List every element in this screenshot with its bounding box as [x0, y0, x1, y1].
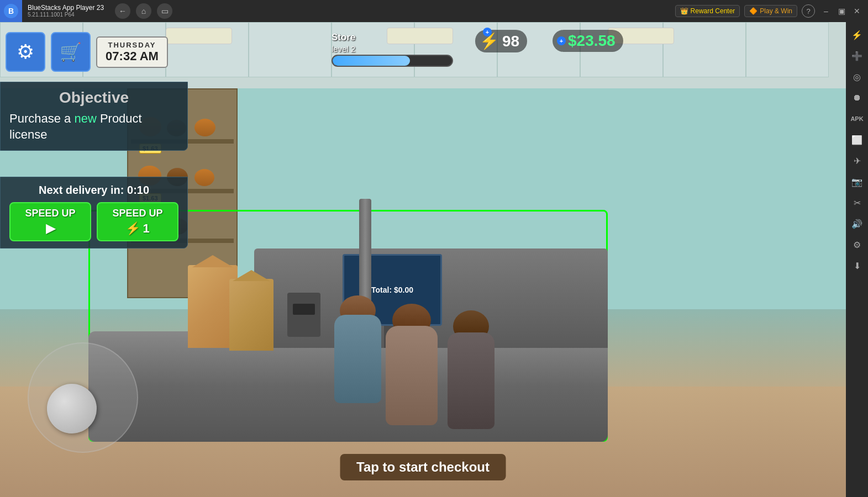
- objective-text: Purchase a new Product license: [9, 111, 178, 142]
- app-icon: B: [0, 0, 22, 22]
- objective-title: Objective: [9, 89, 178, 107]
- game-viewport: $1.63 $1.63 Total: $0.00: [0, 22, 846, 497]
- sidebar-icon-10[interactable]: 🔊: [848, 214, 866, 233]
- app-name: BlueStacks App Player 23 5.21.111.1001 P…: [22, 4, 109, 18]
- person-cashier: [340, 295, 376, 326]
- objective-panel: Objective Purchase a new Product license: [0, 82, 188, 151]
- joystick-knob[interactable]: [47, 384, 97, 433]
- person-head: [340, 295, 376, 326]
- person-body-3: [448, 332, 495, 429]
- back-button[interactable]: ←: [115, 3, 130, 19]
- person-body: [334, 315, 381, 403]
- person-customer-1: [392, 304, 431, 337]
- shelf-product: [194, 119, 215, 136]
- speed-cost: 1: [143, 221, 149, 236]
- titlebar: B BlueStacks App Player 23 5.21.111.1001…: [0, 0, 868, 22]
- card-slot: [293, 304, 315, 315]
- crown-icon: 👑: [680, 7, 688, 15]
- play-icon: ▶: [46, 221, 55, 236]
- maximize-button[interactable]: ▣: [835, 4, 848, 18]
- sidebar-icon-1[interactable]: ⚡: [848, 25, 866, 44]
- sidebar-icon-7[interactable]: ✈: [848, 151, 866, 170]
- sidebar-icon-3[interactable]: ◎: [848, 67, 866, 86]
- window-nav: ← ⌂ ▭: [109, 3, 172, 19]
- delivery-panel: Next delivery in: 0:10 SPEED UP ▶ SPEED …: [0, 177, 188, 248]
- light-fixture: [387, 28, 453, 44]
- person-body-2: [386, 326, 438, 425]
- sidebar-icon-6[interactable]: ⬜: [848, 130, 866, 149]
- person-head-2: [392, 304, 431, 337]
- objective-prefix: Purchase a: [9, 112, 74, 125]
- right-sidebar: ⚡ ➕ ◎ ⏺ APK ⬜ ✈ 📷 ✂ 🔊 ⚙ ⬇: [846, 22, 868, 497]
- paper-bag-2: [229, 279, 273, 351]
- speed-up-ad-button[interactable]: SPEED UP ▶: [9, 202, 91, 241]
- minimize-button[interactable]: –: [819, 4, 833, 18]
- shelf-product: [194, 169, 214, 186]
- sidebar-icon-5[interactable]: APK: [848, 109, 866, 128]
- svg-text:B: B: [8, 7, 14, 15]
- reward-center-button[interactable]: 👑 Reward Center: [675, 5, 740, 17]
- ceiling: [0, 22, 846, 88]
- joystick-area[interactable]: [28, 342, 149, 464]
- sidebar-icon-11[interactable]: ⚙: [848, 235, 866, 254]
- joystick-base: [28, 342, 138, 453]
- person-head-3: [453, 310, 489, 342]
- objective-highlight: new: [74, 112, 96, 125]
- light-fixture: [608, 28, 674, 44]
- delivery-countdown: Next delivery in: 0:10: [9, 184, 178, 197]
- card-reader: [287, 293, 320, 337]
- close-button[interactable]: ✕: [850, 4, 864, 18]
- bookmark-button[interactable]: ▭: [157, 3, 172, 19]
- sidebar-icon-9[interactable]: ✂: [848, 193, 866, 212]
- game-background: $1.63 $1.63 Total: $0.00: [0, 22, 846, 497]
- home-button[interactable]: ⌂: [136, 3, 151, 19]
- window-controls: – ▣ ✕: [819, 4, 864, 18]
- sidebar-icon-2[interactable]: ➕: [848, 46, 866, 65]
- speed-up-energy-button[interactable]: SPEED UP ⚡ 1: [97, 202, 178, 241]
- shop-button[interactable]: 🛒: [51, 32, 91, 72]
- total-display: Total: $0.00: [371, 285, 413, 294]
- star-icon: 🔶: [749, 7, 757, 15]
- sidebar-icon-12[interactable]: ⬇: [848, 256, 866, 275]
- settings-button[interactable]: ⚙: [6, 32, 45, 72]
- speed-buttons: SPEED UP ▶ SPEED UP ⚡ 1: [9, 202, 178, 241]
- checkout-prompt[interactable]: Tap to start checkout: [340, 454, 506, 480]
- settings-icon: ⚙: [17, 40, 34, 64]
- light-fixture: [166, 28, 232, 44]
- speed-lightning-icon: ⚡: [125, 221, 140, 236]
- play-and-win-button[interactable]: 🔶 Play & Win: [744, 5, 797, 17]
- person-customer-2: [453, 310, 489, 342]
- help-button[interactable]: ?: [802, 4, 815, 18]
- shop-icon: 🛒: [60, 41, 82, 62]
- titlebar-right: 👑 Reward Center 🔶 Play & Win ? – ▣ ✕: [675, 4, 868, 18]
- sidebar-icon-4[interactable]: ⏺: [848, 88, 866, 107]
- sidebar-icon-8[interactable]: 📷: [848, 172, 866, 191]
